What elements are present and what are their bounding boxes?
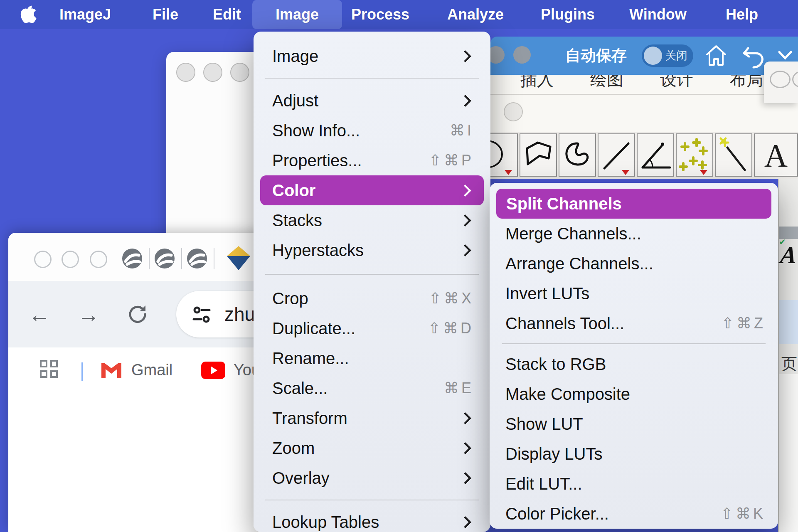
- menubar-item-edit[interactable]: Edit: [213, 0, 241, 29]
- polygon-tool-icon[interactable]: [520, 133, 557, 177]
- bookmark-gmail[interactable]: Gmail: [131, 347, 172, 392]
- menu-separator: [265, 78, 479, 79]
- menu-item-image[interactable]: Image: [254, 41, 490, 71]
- menu-item-zoom[interactable]: Zoom: [254, 433, 490, 463]
- ribbon-tab[interactable]: 设计: [660, 75, 693, 91]
- submenu-item-arrange-channels[interactable]: Arrange Channels...: [490, 249, 778, 278]
- window-control-icon[interactable]: [203, 63, 222, 82]
- menu-item-properties[interactable]: Properties... ⇧⌘P: [254, 145, 490, 175]
- menu-item-rename[interactable]: Rename...: [254, 343, 490, 373]
- menu-item-crop[interactable]: Crop ⇧⌘X: [254, 283, 490, 313]
- submenu-chevron-icon: [459, 516, 472, 528]
- tab-separator: [181, 248, 182, 269]
- submenu-item-split-channels[interactable]: Split Channels: [496, 189, 771, 219]
- globe-favicon-icon[interactable]: [186, 248, 208, 269]
- gmail-icon[interactable]: [101, 361, 122, 379]
- menubar-item-window[interactable]: Window: [629, 0, 687, 29]
- mini-window-circle-icon: [792, 71, 798, 88]
- point-tool-icon[interactable]: [676, 133, 713, 177]
- autosave-state: 关闭: [665, 44, 687, 67]
- floating-mini-window: [764, 62, 798, 103]
- window-control-icon[interactable]: [34, 251, 52, 268]
- address-text[interactable]: zhu: [224, 291, 255, 337]
- submenu-chevron-icon: [459, 50, 472, 62]
- tab-separator: [214, 248, 214, 269]
- menu-item-adjust[interactable]: Adjust: [254, 86, 490, 116]
- ribbon-tab[interactable]: 绘图: [590, 75, 623, 91]
- apple-icon[interactable]: [18, 5, 37, 24]
- window-control-icon[interactable]: [230, 63, 249, 82]
- submenu-item-display-luts[interactable]: Display LUTs: [490, 439, 778, 469]
- tab-separator: [149, 248, 150, 269]
- menu-item-color[interactable]: Color: [260, 175, 484, 205]
- submenu-chevron-icon: [459, 472, 472, 484]
- menubar-item-analyze[interactable]: Analyze: [447, 0, 504, 29]
- color-submenu: Split Channels Merge Channels... Arrange…: [490, 183, 778, 529]
- menu-item-duplicate[interactable]: Duplicate... ⇧⌘D: [254, 313, 490, 343]
- menubar-item-help[interactable]: Help: [726, 0, 758, 29]
- menubar-item-imagej[interactable]: ImageJ: [59, 0, 111, 29]
- forward-button[interactable]: →: [77, 281, 100, 347]
- submenu-item-show-lut[interactable]: Show LUT: [490, 409, 778, 439]
- wand-tool-icon[interactable]: [715, 133, 752, 177]
- submenu-chevron-icon: [459, 412, 472, 424]
- submenu-chevron-icon: [459, 442, 472, 454]
- window-control-icon[interactable]: [176, 63, 195, 82]
- tool-options-arrow-icon: [505, 170, 512, 175]
- docs-window-titlebar: 自动保存 关闭: [490, 37, 798, 75]
- undo-icon[interactable]: [742, 43, 766, 69]
- menubar-item-plugins[interactable]: Plugins: [541, 0, 595, 29]
- globe-favicon-icon[interactable]: [154, 248, 175, 269]
- menubar-item-process[interactable]: Process: [351, 0, 409, 29]
- screen: 自动保存 关闭 插入 绘图 设计 布局: [0, 0, 798, 532]
- ribbon-divider: [490, 94, 798, 95]
- angle-tool-icon[interactable]: [637, 133, 674, 177]
- submenu-item-merge-channels[interactable]: Merge Channels...: [490, 219, 778, 249]
- ribbon-tab[interactable]: 布局: [730, 75, 763, 91]
- home-icon[interactable]: [705, 43, 727, 68]
- image-menu: Image Adjust Show Info... ⌘I Properties.…: [254, 32, 490, 532]
- submenu-item-make-composite[interactable]: Make Composite: [490, 379, 778, 409]
- chevron-down-icon[interactable]: [778, 51, 792, 61]
- bookmarks-divider: [81, 362, 83, 381]
- menu-bar: ImageJ File Edit Image Process Analyze P…: [0, 0, 798, 29]
- menu-item-overlay[interactable]: Overlay: [254, 463, 490, 493]
- menu-item-stacks[interactable]: Stacks: [254, 205, 490, 235]
- tool-options-arrow-icon: [700, 170, 707, 175]
- window-control-icon[interactable]: [62, 251, 79, 268]
- menu-separator: [265, 274, 479, 275]
- submenu-item-edit-lut[interactable]: Edit LUT...: [490, 469, 778, 499]
- line-tool-icon[interactable]: [598, 133, 635, 177]
- window-control-icon[interactable]: [90, 251, 107, 268]
- submenu-chevron-icon: [459, 94, 472, 107]
- freehand-tool-icon[interactable]: [559, 133, 596, 177]
- imagej-toolbar: A: [477, 132, 798, 179]
- menu-separator: [502, 343, 766, 344]
- menu-item-lookup-tables[interactable]: Lookup Tables: [254, 507, 490, 532]
- submenu-item-channels-tool[interactable]: Channels Tool... ⇧⌘Z: [490, 308, 778, 338]
- submenu-item-color-picker[interactable]: Color Picker... ⇧⌘K: [490, 499, 778, 529]
- tune-icon[interactable]: [192, 305, 211, 324]
- menubar-item-file[interactable]: File: [153, 0, 178, 29]
- submenu-item-invert-luts[interactable]: Invert LUTs: [490, 278, 778, 308]
- back-button[interactable]: ←: [28, 281, 51, 347]
- docs-ribbon: 插入 绘图 设计 布局: [490, 75, 798, 132]
- window-control-icon[interactable]: [513, 46, 531, 64]
- reload-button[interactable]: [127, 303, 149, 325]
- youtube-icon[interactable]: [201, 362, 225, 379]
- menu-item-show-info[interactable]: Show Info... ⌘I: [254, 116, 490, 145]
- apps-grid-icon[interactable]: [40, 360, 60, 380]
- globe-favicon-icon[interactable]: [121, 248, 143, 269]
- ribbon-tab[interactable]: 插入: [520, 75, 554, 91]
- menu-item-transform[interactable]: Transform: [254, 403, 490, 433]
- autosave-label: 自动保存: [565, 37, 627, 75]
- submenu-item-stack-to-rgb[interactable]: Stack to RGB: [490, 349, 778, 379]
- menubar-item-image[interactable]: Image: [252, 0, 342, 29]
- menu-item-scale[interactable]: Scale... ⌘E: [254, 373, 490, 403]
- page-label: 页: [781, 353, 797, 374]
- text-tool-icon[interactable]: A: [754, 133, 798, 177]
- menu-item-hyperstacks[interactable]: Hyperstacks: [254, 235, 490, 265]
- wordart-a-icon[interactable]: A: [779, 241, 798, 269]
- submenu-chevron-icon: [459, 244, 472, 256]
- autosave-toggle[interactable]: 关闭: [642, 44, 693, 67]
